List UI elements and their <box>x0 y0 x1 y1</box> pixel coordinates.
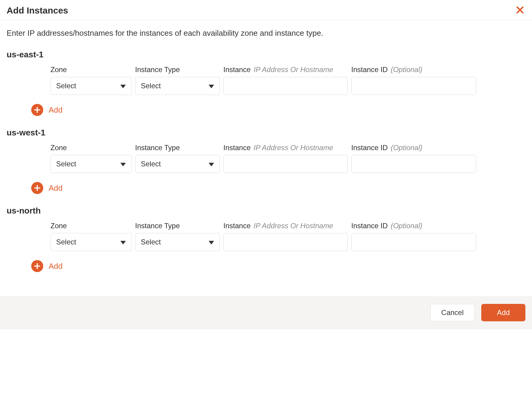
svg-marker-2 <box>120 85 126 88</box>
zone-label: Zone <box>50 222 67 230</box>
region-title: us-north <box>7 206 525 216</box>
add-row-label: Add <box>49 262 62 271</box>
svg-marker-6 <box>120 163 126 166</box>
caret-down-icon <box>120 82 126 90</box>
instance-input[interactable] <box>223 233 348 251</box>
zone-select[interactable]: Select <box>50 77 131 95</box>
select-placeholder: Select <box>141 82 161 90</box>
instance-hint: IP Address Or Hostname <box>254 65 333 74</box>
zone-label: Zone <box>50 65 67 74</box>
svg-marker-3 <box>209 85 214 88</box>
plus-circle-icon <box>31 104 43 116</box>
select-placeholder: Select <box>56 160 76 168</box>
instance-type-select[interactable]: Select <box>135 233 220 251</box>
instance-type-select[interactable]: Select <box>135 155 220 173</box>
instance-id-hint: (Optional) <box>391 65 422 74</box>
select-placeholder: Select <box>141 160 161 168</box>
instance-type-label: Instance Type <box>135 144 180 152</box>
instance-type-select[interactable]: Select <box>135 77 220 95</box>
region-section-us-north: us-north Zone Instance Type InstanceIP A… <box>7 206 525 272</box>
add-row-label: Add <box>49 183 62 193</box>
close-button[interactable] <box>515 5 525 16</box>
add-button[interactable]: Add <box>481 304 525 321</box>
select-placeholder: Select <box>56 82 76 90</box>
instance-label: Instance <box>223 222 251 230</box>
zone-label: Zone <box>50 144 67 152</box>
add-row-button[interactable]: Add <box>7 182 525 194</box>
instance-id-hint: (Optional) <box>391 222 422 230</box>
add-row-button[interactable]: Add <box>7 260 525 272</box>
modal-title: Add Instances <box>7 5 68 16</box>
instance-label: Instance <box>223 65 251 74</box>
instructions-text: Enter IP addresses/hostnames for the ins… <box>7 29 525 38</box>
close-icon <box>516 5 524 16</box>
caret-down-icon <box>209 160 214 168</box>
instance-id-label: Instance ID <box>351 65 388 74</box>
region-title: us-west-1 <box>7 128 525 138</box>
caret-down-icon <box>209 238 214 246</box>
svg-marker-7 <box>209 163 214 166</box>
zone-select[interactable]: Select <box>50 155 131 173</box>
instance-id-label: Instance ID <box>351 222 388 230</box>
instance-input[interactable] <box>223 77 348 95</box>
instance-label: Instance <box>223 144 251 152</box>
caret-down-icon <box>120 160 126 168</box>
select-placeholder: Select <box>141 238 161 246</box>
add-row-label: Add <box>49 105 62 115</box>
instance-hint: IP Address Or Hostname <box>254 222 333 230</box>
caret-down-icon <box>120 238 126 246</box>
instance-id-hint: (Optional) <box>391 144 422 152</box>
instance-id-label: Instance ID <box>351 144 388 152</box>
instance-hint: IP Address Or Hostname <box>254 144 333 152</box>
region-title: us-east-1 <box>7 50 525 59</box>
plus-circle-icon <box>31 182 43 194</box>
region-section-us-east-1: us-east-1 Zone Instance Type InstanceIP … <box>7 50 525 116</box>
svg-marker-11 <box>209 241 214 244</box>
plus-circle-icon <box>31 260 43 272</box>
instance-type-label: Instance Type <box>135 65 180 74</box>
add-row-button[interactable]: Add <box>7 104 525 116</box>
instance-id-input[interactable] <box>351 77 476 95</box>
instance-id-input[interactable] <box>351 155 476 173</box>
instance-input[interactable] <box>223 155 348 173</box>
region-section-us-west-1: us-west-1 Zone Instance Type InstanceIP … <box>7 128 525 194</box>
select-placeholder: Select <box>56 238 76 246</box>
svg-marker-10 <box>120 241 126 244</box>
cancel-button[interactable]: Cancel <box>430 304 475 321</box>
caret-down-icon <box>209 82 214 90</box>
instance-id-input[interactable] <box>351 233 476 251</box>
instance-type-label: Instance Type <box>135 222 180 230</box>
zone-select[interactable]: Select <box>50 233 131 251</box>
